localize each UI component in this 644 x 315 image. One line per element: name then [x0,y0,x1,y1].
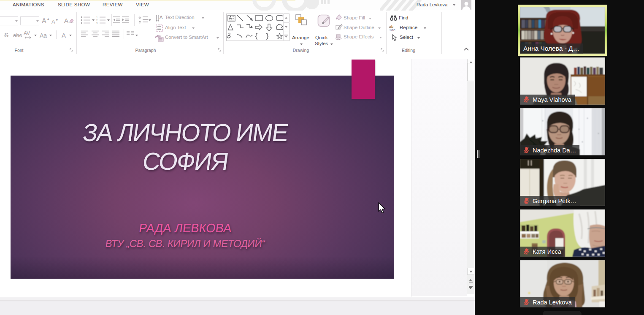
svg-text:A: A [160,15,163,20]
svg-text:3: 3 [96,22,98,24]
svg-text:2: 2 [96,19,98,22]
svg-text:1: 1 [96,16,98,19]
svg-text:ac: ac [391,28,395,31]
